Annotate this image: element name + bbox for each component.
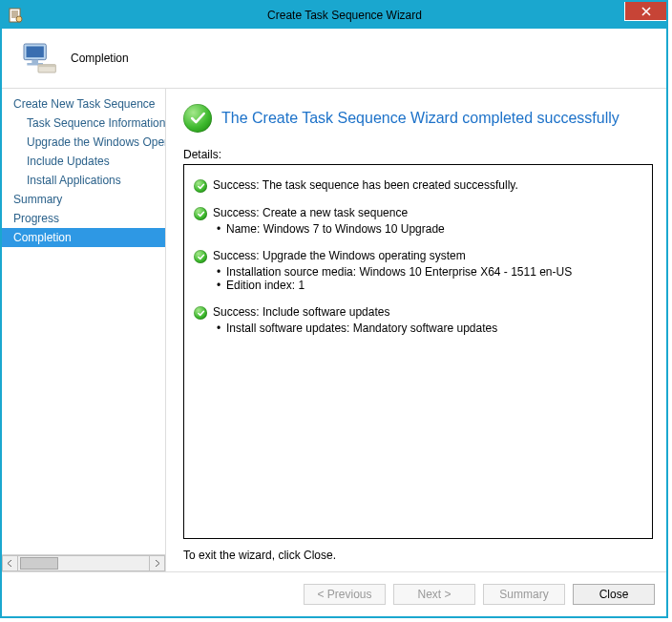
computer-icon [19, 39, 57, 77]
status-subline: Edition index: 1 [194, 279, 642, 292]
success-heading: The Create Task Sequence Wizard complete… [183, 104, 653, 133]
page-title: Completion [71, 52, 129, 65]
nav-item-label: Task Sequence Information [27, 116, 165, 130]
window-close-button[interactable] [624, 2, 666, 21]
nav-item[interactable]: Upgrade the Windows Operating System [2, 133, 165, 152]
window-title: Create Task Sequence Wizard [23, 9, 666, 22]
status-group: Success: Include software updatesInstall… [194, 305, 642, 335]
main-panel: The Create Task Sequence Wizard complete… [166, 89, 666, 571]
summary-button: Summary [483, 584, 565, 605]
sidebar-hscrollbar[interactable] [2, 554, 165, 571]
sidebar: Create New Task SequenceTask Sequence In… [2, 89, 166, 571]
nav-list: Create New Task SequenceTask Sequence In… [2, 89, 165, 554]
wizard-window: Create Task Sequence Wizard Completion C… [0, 0, 668, 618]
svg-rect-4 [32, 60, 38, 63]
status-line: Success: The task sequence has been crea… [194, 178, 642, 193]
nav-item[interactable]: Task Sequence Information [2, 114, 165, 133]
svg-rect-7 [38, 65, 55, 68]
status-text: Success: The task sequence has been crea… [213, 178, 518, 192]
nav-item-label: Summary [13, 193, 62, 206]
svg-point-1 [16, 16, 22, 22]
success-check-icon [194, 306, 207, 320]
nav-item[interactable]: Create New Task Sequence [2, 94, 165, 114]
nav-item-label: Upgrade the Windows Operating System [27, 135, 165, 149]
nav-item-label: Create New Task Sequence [13, 97, 156, 111]
details-label: Details: [183, 148, 653, 161]
status-subline: Name: Windows 7 to Windows 10 Upgrade [194, 222, 642, 236]
nav-item[interactable]: Include Updates [2, 152, 165, 171]
details-box: Success: The task sequence has been crea… [183, 164, 653, 539]
previous-button: < Previous [304, 584, 386, 605]
status-group: Success: Upgrade the Windows operating s… [194, 249, 642, 292]
nav-item-label: Include Updates [27, 155, 110, 168]
success-check-icon [194, 179, 207, 193]
success-check-icon [194, 250, 207, 263]
status-line: Success: Upgrade the Windows operating s… [194, 249, 642, 263]
scroll-thumb[interactable] [20, 557, 58, 570]
scroll-left-button[interactable] [2, 555, 18, 571]
footer: < Previous Next > Summary Close [2, 571, 666, 616]
status-subline: Install software updates: Mandatory soft… [194, 321, 642, 335]
nav-item-label: Completion [13, 231, 72, 244]
success-check-icon [183, 104, 212, 133]
status-text: Success: Include software updates [213, 305, 389, 319]
status-group: Success: Create a new task sequenceName:… [194, 206, 642, 236]
titlebar[interactable]: Create Task Sequence Wizard [2, 2, 666, 29]
nav-item-label: Progress [13, 212, 59, 225]
success-heading-text: The Create Task Sequence Wizard complete… [221, 110, 620, 127]
nav-item[interactable]: Completion [2, 228, 165, 247]
status-line: Success: Create a new task sequence [194, 206, 642, 220]
app-icon [8, 8, 23, 23]
nav-item[interactable]: Summary [2, 190, 165, 209]
svg-rect-3 [27, 47, 44, 58]
close-button[interactable]: Close [573, 584, 655, 605]
header-strip: Completion [2, 29, 666, 89]
status-line: Success: Include software updates [194, 305, 642, 320]
status-subline: Installation source media: Windows 10 En… [194, 265, 642, 279]
scroll-right-button[interactable] [149, 555, 165, 571]
next-button: Next > [393, 584, 475, 605]
status-text: Success: Upgrade the Windows operating s… [213, 249, 466, 262]
status-text: Success: Create a new task sequence [213, 206, 408, 219]
exit-hint: To exit the wizard, click Close. [183, 549, 653, 562]
nav-item[interactable]: Install Applications [2, 171, 165, 190]
success-check-icon [194, 207, 207, 220]
nav-item-label: Install Applications [27, 174, 121, 187]
status-group: Success: The task sequence has been crea… [194, 178, 642, 193]
scroll-track[interactable] [18, 555, 149, 571]
nav-item[interactable]: Progress [2, 209, 165, 228]
